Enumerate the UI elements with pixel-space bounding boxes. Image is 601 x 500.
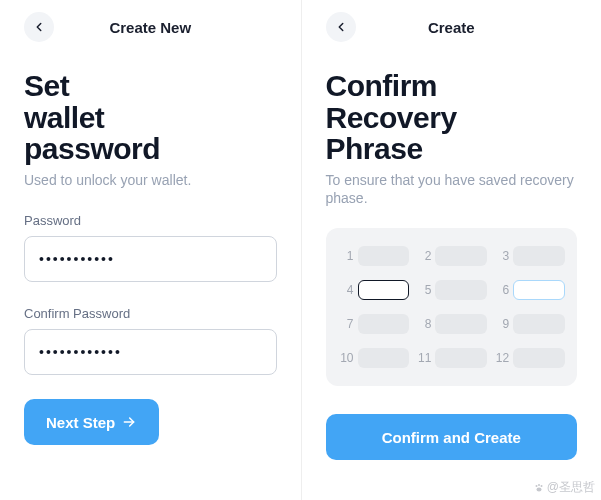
recovery-slot-input[interactable] xyxy=(513,280,565,300)
svg-point-4 xyxy=(536,487,541,491)
confirm-password-input[interactable] xyxy=(24,329,277,375)
recovery-slot: 12 xyxy=(493,348,565,368)
password-input[interactable] xyxy=(24,236,277,282)
svg-point-2 xyxy=(538,484,540,486)
confirm-password-field-group: Confirm Password xyxy=(24,306,277,375)
recovery-slot: 7 xyxy=(338,314,410,334)
recovery-slot-input[interactable] xyxy=(513,348,565,368)
header-title: Create New xyxy=(24,19,277,36)
screen-set-password: Create New Set wallet password Used to u… xyxy=(0,0,301,500)
arrow-left-icon xyxy=(32,20,46,34)
recovery-slot-number: 4 xyxy=(338,283,354,297)
recovery-slot: 8 xyxy=(415,314,487,334)
confirm-create-button[interactable]: Confirm and Create xyxy=(326,414,578,460)
recovery-slot-number: 5 xyxy=(415,283,431,297)
recovery-slot: 2 xyxy=(415,246,487,266)
confirm-password-label: Confirm Password xyxy=(24,306,277,321)
password-label: Password xyxy=(24,213,277,228)
recovery-slot-number: 11 xyxy=(415,351,431,365)
recovery-slot-input[interactable] xyxy=(435,280,487,300)
back-button[interactable] xyxy=(24,12,54,42)
next-step-label: Next Step xyxy=(46,414,115,431)
header: Create New xyxy=(24,8,277,46)
recovery-slot-input[interactable] xyxy=(358,246,410,266)
recovery-slot-input[interactable] xyxy=(358,280,410,300)
recovery-slot-number: 8 xyxy=(415,317,431,331)
recovery-slot: 1 xyxy=(338,246,410,266)
recovery-slot-number: 3 xyxy=(493,249,509,263)
recovery-slot-number: 1 xyxy=(338,249,354,263)
recovery-grid: 123456789101112 xyxy=(338,246,566,368)
recovery-slot-input[interactable] xyxy=(513,314,565,334)
recovery-slot-number: 12 xyxy=(493,351,509,365)
recovery-phrase-card: 123456789101112 xyxy=(326,228,578,386)
page-title: Confirm Recovery Phrase xyxy=(326,70,578,165)
recovery-slot-number: 2 xyxy=(415,249,431,263)
next-step-button[interactable]: Next Step xyxy=(24,399,159,445)
recovery-slot-number: 9 xyxy=(493,317,509,331)
password-field-group: Password xyxy=(24,213,277,282)
recovery-slot-number: 6 xyxy=(493,283,509,297)
recovery-slot-input[interactable] xyxy=(435,246,487,266)
page-title: Set wallet password xyxy=(24,70,277,165)
recovery-slot: 3 xyxy=(493,246,565,266)
recovery-slot: 6 xyxy=(493,280,565,300)
header-title: Create xyxy=(326,19,578,36)
recovery-slot-input[interactable] xyxy=(513,246,565,266)
recovery-slot: 9 xyxy=(493,314,565,334)
back-button[interactable] xyxy=(326,12,356,42)
recovery-slot-input[interactable] xyxy=(435,348,487,368)
recovery-slot: 5 xyxy=(415,280,487,300)
arrow-right-icon xyxy=(121,414,137,430)
paw-icon xyxy=(533,482,545,494)
svg-point-3 xyxy=(540,485,542,487)
recovery-slot: 4 xyxy=(338,280,410,300)
header: Create xyxy=(326,8,578,46)
recovery-slot-number: 10 xyxy=(338,351,354,365)
recovery-slot: 10 xyxy=(338,348,410,368)
arrow-left-icon xyxy=(334,20,348,34)
confirm-create-label: Confirm and Create xyxy=(382,429,521,446)
recovery-slot-input[interactable] xyxy=(358,348,410,368)
watermark: @圣思哲 xyxy=(533,479,595,496)
screen-confirm-recovery: Create Confirm Recovery Phrase To ensure… xyxy=(301,0,602,500)
subtitle: To ensure that you have saved recovery p… xyxy=(326,171,578,209)
recovery-slot: 11 xyxy=(415,348,487,368)
recovery-slot-input[interactable] xyxy=(358,314,410,334)
recovery-slot-number: 7 xyxy=(338,317,354,331)
svg-point-1 xyxy=(535,485,537,487)
subtitle: Used to unlock your wallet. xyxy=(24,171,277,190)
recovery-slot-input[interactable] xyxy=(435,314,487,334)
